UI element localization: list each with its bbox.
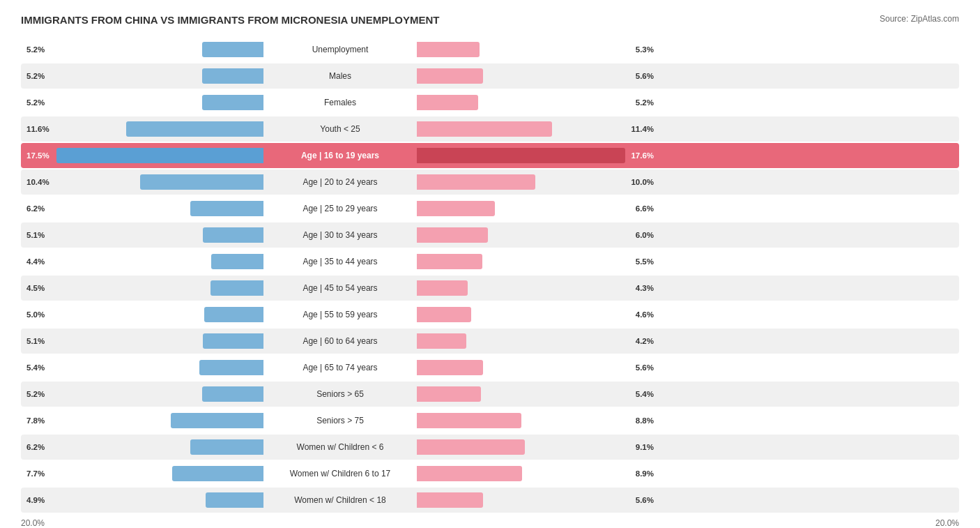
value-left: 5.2%	[26, 72, 45, 80]
bar-blue	[190, 201, 263, 216]
row-center-label: Women w/ Children < 18	[263, 495, 417, 505]
axis-left-value: 20.0%	[21, 518, 258, 528]
value-right: 5.5%	[636, 257, 654, 266]
bar-pink	[417, 254, 482, 269]
left-section: 17.5%	[26, 146, 263, 165]
right-section: 5.6%	[417, 358, 654, 377]
left-section: 6.2%	[26, 437, 263, 457]
bottom-axis: 20.0% 20.0%	[21, 518, 959, 528]
bar-row: 5.2%Females5.2%	[21, 90, 959, 115]
value-right: 5.6%	[636, 363, 654, 372]
bar-blue	[202, 386, 263, 402]
chart-container: IMMIGRANTS FROM CHINA VS IMMIGRANTS FROM…	[0, 0, 980, 528]
bar-blue	[190, 439, 263, 455]
right-section: 5.2%	[417, 93, 654, 112]
bar-row: 6.2%Women w/ Children < 69.1%	[21, 435, 959, 460]
bar-row: 17.5%Age | 16 to 19 years17.6%	[21, 143, 959, 168]
bar-row: 6.2%Age | 25 to 29 years6.6%	[21, 196, 959, 221]
bar-pink	[417, 466, 522, 481]
value-left: 7.8%	[26, 416, 45, 425]
row-center-label: Women w/ Children 6 to 17	[263, 469, 417, 478]
right-section: 8.9%	[417, 464, 654, 483]
left-section: 4.9%	[26, 490, 263, 510]
bar-pink	[417, 360, 483, 375]
value-left: 11.6%	[26, 125, 49, 133]
row-center-label: Age | 25 to 29 years	[263, 204, 417, 213]
value-right: 5.6%	[636, 496, 654, 504]
right-section: 4.6%	[417, 305, 654, 324]
bar-row: 4.4%Age | 35 to 44 years5.5%	[21, 249, 959, 274]
bar-row: 11.6%Youth < 2511.4%	[21, 116, 959, 142]
bar-row: 5.1%Age | 30 to 34 years6.0%	[21, 222, 959, 248]
row-center-label: Women w/ Children < 6	[263, 442, 417, 452]
right-section: 9.1%	[417, 437, 654, 457]
value-left: 5.2%	[26, 390, 45, 398]
value-left: 7.7%	[26, 469, 45, 478]
row-center-label: Age | 20 to 24 years	[263, 177, 417, 187]
right-section: 11.4%	[417, 119, 654, 139]
value-left: 4.5%	[26, 284, 45, 292]
bar-blue	[172, 466, 263, 481]
chart-source: Source: ZipAtlas.com	[880, 14, 959, 24]
bar-blue	[171, 413, 263, 428]
bar-row: 4.9%Women w/ Children < 185.6%	[21, 488, 959, 513]
bar-row: 5.4%Age | 65 to 74 years5.6%	[21, 355, 959, 380]
bar-row: 7.7%Women w/ Children 6 to 178.9%	[21, 461, 959, 486]
row-center-label: Age | 16 to 19 years	[263, 151, 417, 160]
left-section: 11.6%	[26, 119, 263, 139]
bar-blue	[202, 42, 263, 57]
value-left: 6.2%	[26, 204, 45, 213]
bar-blue	[140, 174, 263, 190]
bar-pink	[417, 439, 525, 455]
value-right: 8.8%	[636, 416, 654, 425]
bar-blue	[206, 492, 263, 508]
left-section: 7.8%	[26, 411, 263, 430]
bar-pink	[417, 95, 478, 110]
right-section: 6.0%	[417, 225, 654, 245]
value-left: 10.4%	[26, 178, 49, 186]
value-left: 5.4%	[26, 363, 45, 372]
right-section: 17.6%	[417, 146, 654, 165]
bar-pink	[417, 280, 468, 296]
bar-blue	[199, 360, 263, 375]
value-right: 8.9%	[636, 469, 654, 478]
value-right: 11.4%	[631, 125, 654, 133]
right-section: 5.6%	[417, 66, 654, 86]
value-right: 4.2%	[636, 337, 654, 345]
bar-row: 5.0%Age | 55 to 59 years4.6%	[21, 302, 959, 327]
chart-area: 5.2%Unemployment5.3%5.2%Males5.6%5.2%Fem…	[21, 37, 959, 513]
right-section: 8.8%	[417, 411, 654, 430]
row-center-label: Age | 45 to 54 years	[263, 283, 417, 293]
right-section: 5.4%	[417, 384, 654, 404]
bar-pink	[417, 68, 483, 84]
bar-pink	[417, 148, 625, 163]
right-section: 10.0%	[417, 172, 654, 192]
bar-pink	[417, 201, 495, 216]
right-section: 6.6%	[417, 199, 654, 218]
row-center-label: Females	[263, 98, 417, 107]
left-section: 5.2%	[26, 93, 263, 112]
value-right: 5.3%	[636, 45, 654, 54]
bar-pink	[417, 307, 471, 322]
bar-pink	[417, 413, 521, 428]
value-right: 5.2%	[636, 98, 654, 107]
bar-pink	[417, 492, 483, 508]
bar-row: 10.4%Age | 20 to 24 years10.0%	[21, 169, 959, 195]
bar-pink	[417, 174, 535, 190]
chart-title: IMMIGRANTS FROM CHINA VS IMMIGRANTS FROM…	[21, 14, 440, 26]
value-left: 5.0%	[26, 310, 45, 319]
value-right: 10.0%	[631, 178, 654, 186]
value-left: 4.9%	[26, 496, 45, 504]
row-center-label: Youth < 25	[263, 124, 417, 134]
bar-blue	[211, 254, 263, 269]
value-right: 5.6%	[636, 72, 654, 80]
row-center-label: Seniors > 75	[263, 416, 417, 425]
left-section: 5.0%	[26, 305, 263, 324]
left-section: 4.5%	[26, 278, 263, 298]
value-left: 5.1%	[26, 337, 45, 345]
value-right: 17.6%	[631, 151, 654, 160]
row-center-label: Age | 60 to 64 years	[263, 336, 417, 346]
left-section: 10.4%	[26, 172, 263, 192]
row-center-label: Age | 35 to 44 years	[263, 257, 417, 266]
bar-blue	[203, 333, 263, 349]
